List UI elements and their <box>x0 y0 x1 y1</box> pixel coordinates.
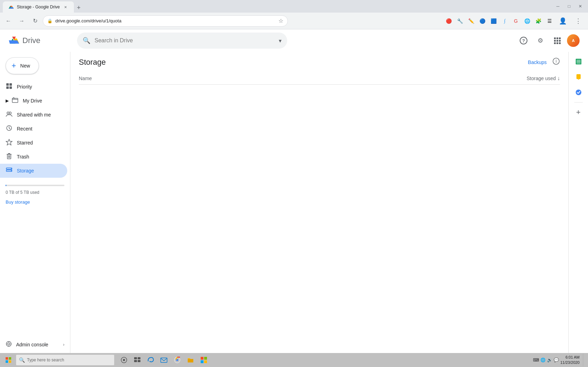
svg-marker-18 <box>6 139 12 145</box>
svg-rect-45 <box>134 357 137 359</box>
svg-rect-49 <box>161 358 167 362</box>
tab-close-button[interactable]: ✕ <box>63 4 68 10</box>
sidebar: + New Priority ▶ My Drive Shared with me <box>0 52 70 353</box>
settings-icon: ⚙ <box>538 37 543 44</box>
storage-section: 0 TB of 5 TB used Buy storage <box>0 179 70 207</box>
add-panel-button[interactable]: + <box>572 105 586 119</box>
taskbar-app-chrome[interactable] <box>171 354 184 366</box>
close-window-button[interactable]: ✕ <box>575 1 585 11</box>
ext-icon-2[interactable]: 🔧 <box>455 16 465 26</box>
starred-icon <box>6 139 13 147</box>
taskbar-app-mail[interactable] <box>158 354 170 366</box>
windows-start-icon <box>5 357 12 363</box>
taskbar-app-cortana[interactable] <box>118 354 130 366</box>
taskbar-date: 11/23/2020 <box>560 360 580 365</box>
sidebar-item-priority[interactable]: Priority <box>0 80 67 94</box>
info-icon-button[interactable]: i <box>552 57 560 67</box>
search-bar[interactable]: 🔍 ▾ <box>77 33 287 49</box>
sidebar-item-storage[interactable]: Storage <box>0 164 67 178</box>
table-header: Name Storage used ↓ <box>79 72 560 85</box>
page-title: Storage <box>79 58 106 67</box>
svg-point-33 <box>6 341 11 346</box>
taskbar-search-icon: 🔍 <box>19 357 25 363</box>
sidebar-item-starred[interactable]: Starred <box>0 136 67 150</box>
storage-bar-fill <box>6 185 6 186</box>
taskbar-app-colorful[interactable] <box>198 354 210 366</box>
chrome-menu-button[interactable]: ⋮ <box>571 14 585 28</box>
table-header-name: Name <box>79 76 527 81</box>
taskbar-search-bar[interactable]: 🔍 Type here to search <box>16 355 114 365</box>
address-bar[interactable]: 🔒 drive.google.com/drive/u/1/quota ☆ <box>43 15 288 27</box>
search-input[interactable] <box>95 37 275 44</box>
ext-icon-4[interactable]: 🔵 <box>477 16 487 26</box>
panel-divider <box>574 102 583 103</box>
new-tab-button[interactable]: + <box>74 3 84 13</box>
search-icon: 🔍 <box>83 37 90 44</box>
tasks-panel-button[interactable] <box>572 85 586 99</box>
chrome-profile-icon[interactable]: 👤 <box>556 14 570 28</box>
help-button[interactable]: ? <box>517 34 531 48</box>
minimize-button[interactable]: ─ <box>553 1 563 11</box>
svg-rect-2 <box>556 37 558 39</box>
keep-panel-button[interactable] <box>572 70 586 84</box>
svg-point-24 <box>11 170 12 171</box>
maximize-button[interactable]: □ <box>564 1 574 11</box>
keep-icon <box>575 73 582 80</box>
svg-rect-8 <box>556 42 558 44</box>
trash-icon <box>6 153 13 161</box>
svg-rect-1 <box>554 37 556 39</box>
sidebar-item-my-drive[interactable]: ▶ My Drive <box>0 94 67 108</box>
svg-rect-5 <box>556 40 558 42</box>
forward-button[interactable]: → <box>16 15 27 27</box>
ext-icon-1[interactable]: 🔴 <box>444 16 454 26</box>
table-header-storage-used[interactable]: Storage used ↓ <box>527 75 560 82</box>
shared-icon <box>6 111 13 119</box>
sidebar-item-shared[interactable]: Shared with me <box>0 108 67 122</box>
storage-page-actions: Backups i <box>528 57 560 67</box>
svg-rect-14 <box>12 98 18 103</box>
settings-button[interactable]: ⚙ <box>533 34 547 48</box>
taskbar-right: ⌨ 🌐 🔊 💬 6:01 AM 11/23/2020 <box>533 354 587 366</box>
active-tab[interactable]: Storage - Google Drive ✕ <box>3 1 74 13</box>
taskbar-app-edge[interactable] <box>144 354 157 366</box>
taskbar-search-placeholder: Type here to search <box>27 358 64 362</box>
taskbar-app-taskview[interactable] <box>131 354 144 366</box>
tab-title: Storage - Google Drive <box>17 5 60 9</box>
svg-rect-11 <box>9 83 12 86</box>
ext-icon-10[interactable]: ☰ <box>545 16 554 26</box>
recent-icon <box>6 125 13 133</box>
ext-icon-8[interactable]: 🌐 <box>522 16 532 26</box>
taskbar-app-explorer[interactable] <box>184 354 197 366</box>
avatar[interactable]: A <box>567 34 580 47</box>
sort-descending-icon: ↓ <box>557 75 560 82</box>
sheets-panel-button[interactable] <box>572 55 586 69</box>
bookmark-star-icon[interactable]: ☆ <box>278 17 283 24</box>
storage-used-text: 0 TB of 5 TB used <box>6 190 39 195</box>
buy-storage-link[interactable]: Buy storage <box>6 199 64 205</box>
notification-icon[interactable]: 💬 <box>554 358 559 362</box>
extensions-area: 🔴 🔧 ✏️ 🔵 🟦 ∫ G 🌐 🧩 ☰ 👤 ⋮ <box>444 14 585 28</box>
backups-link[interactable]: Backups <box>528 59 547 65</box>
drive-logo[interactable]: Drive <box>8 36 71 45</box>
refresh-button[interactable]: ↻ <box>29 15 41 27</box>
priority-icon <box>6 83 13 91</box>
ext-icon-9[interactable]: 🧩 <box>533 16 543 26</box>
show-desktop-button[interactable] <box>582 354 584 366</box>
window-controls: ─ □ ✕ <box>553 1 585 11</box>
ext-icon-6[interactable]: ∫ <box>500 16 510 26</box>
ext-icon-3[interactable]: ✏️ <box>466 16 476 26</box>
sidebar-item-recent[interactable]: Recent <box>0 122 67 136</box>
search-dropdown-icon[interactable]: ▾ <box>279 37 282 44</box>
admin-console-item[interactable]: Admin console › <box>0 339 70 350</box>
keyboard-icon: ⌨ <box>533 358 539 362</box>
ext-icon-5[interactable]: 🟦 <box>489 16 498 26</box>
sheets-icon <box>575 58 582 65</box>
sidebar-item-trash[interactable]: Trash <box>0 150 67 164</box>
new-button[interactable]: + New <box>6 57 39 74</box>
back-button[interactable]: ← <box>3 15 14 27</box>
taskbar-clock[interactable]: 6:01 AM 11/23/2020 <box>560 355 580 366</box>
start-button[interactable] <box>1 354 15 366</box>
ext-icon-7[interactable]: G <box>511 16 521 26</box>
svg-rect-48 <box>138 360 140 362</box>
apps-button[interactable] <box>550 34 564 48</box>
